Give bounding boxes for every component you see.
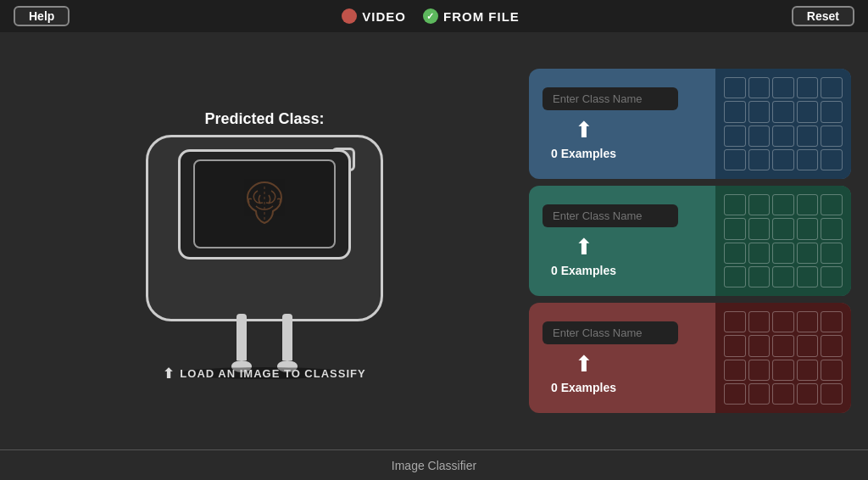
class-name-input-1[interactable] — [542, 87, 678, 110]
grid-cell — [748, 266, 771, 287]
grid-cell — [797, 311, 819, 332]
grid-cell — [772, 243, 794, 264]
grid-cell — [748, 126, 771, 147]
upload-small-icon: ⬆ — [163, 366, 175, 382]
grid-cell — [748, 383, 771, 405]
grid-cell — [772, 266, 794, 287]
grid-cell — [748, 101, 771, 122]
grid-cell — [772, 101, 794, 122]
grid-cell — [797, 149, 819, 170]
class-left-1: ⬆ 0 Examples — [529, 69, 715, 179]
grid-cell — [724, 126, 746, 147]
grid-cell — [724, 149, 746, 170]
grid-cell — [772, 218, 794, 239]
upload-icon-1: ⬆ — [575, 117, 593, 143]
grid-cell — [821, 126, 843, 147]
grid-cell — [748, 218, 771, 239]
camera-screen-inner — [193, 159, 336, 248]
video-option[interactable]: VIDEO — [342, 8, 406, 24]
grid-cell — [724, 243, 746, 264]
grid-cell — [797, 126, 819, 147]
grid-cell — [821, 360, 843, 381]
check-circle-icon: ✓ — [423, 8, 438, 24]
grid-cell — [772, 383, 794, 405]
grid-cell — [821, 194, 843, 215]
grid-cell — [724, 101, 746, 122]
grid-cell — [797, 194, 819, 215]
help-button[interactable]: Help — [14, 6, 70, 26]
examples-count-1: 0 Examples — [551, 147, 616, 160]
load-image-text: LOAD AN IMAGE TO CLASSIFY — [180, 367, 365, 380]
grid-cell — [797, 266, 819, 287]
grid-cell — [748, 194, 771, 215]
class-upload-area-2[interactable]: ⬆ 0 Examples — [542, 234, 616, 277]
grid-cell — [724, 311, 746, 332]
camera-body — [129, 135, 400, 372]
camera-leg-right — [277, 314, 298, 372]
class-grid-1 — [715, 69, 851, 179]
grid-cell — [748, 243, 771, 264]
grid-cell — [748, 77, 771, 98]
class-name-input-2[interactable] — [542, 204, 678, 227]
grid-cell — [797, 360, 819, 381]
class-grid-2 — [715, 186, 851, 296]
grid-cell — [797, 243, 819, 264]
grid-cell — [797, 383, 819, 405]
right-panel: ⬆ 0 Examples ⬆ 0 Examples — [529, 41, 851, 441]
grid-cell — [772, 77, 794, 98]
footer-label: Image Classifier — [392, 459, 476, 472]
class-left-2: ⬆ 0 Examples — [529, 186, 715, 296]
from-file-label: FROM FILE — [443, 9, 520, 24]
grid-cell — [724, 335, 746, 356]
camera-screen-outer — [178, 149, 351, 260]
grid-cell — [821, 335, 843, 356]
grid-cell — [772, 126, 794, 147]
upload-icon-2: ⬆ — [575, 234, 593, 260]
class-upload-area-1[interactable]: ⬆ 0 Examples — [542, 117, 616, 160]
camera-legs — [231, 314, 298, 372]
grid-cell — [797, 218, 819, 239]
class-upload-area-3[interactable]: ⬆ 0 Examples — [542, 351, 616, 394]
grid-cell — [772, 311, 794, 332]
leg-shaft-left — [236, 314, 247, 360]
grid-cell — [724, 77, 746, 98]
class-card-2: ⬆ 0 Examples — [529, 186, 851, 296]
grid-cell — [821, 383, 843, 405]
from-file-option[interactable]: ✓ FROM FILE — [423, 8, 520, 24]
video-circle-icon — [342, 8, 357, 24]
predicted-class-label: Predicted Class: — [204, 110, 324, 128]
grid-cell — [748, 311, 771, 332]
examples-count-2: 0 Examples — [551, 264, 616, 277]
top-bar: Help VIDEO ✓ FROM FILE Reset — [0, 0, 868, 32]
grid-cell — [772, 194, 794, 215]
grid-cell — [724, 266, 746, 287]
examples-count-3: 0 Examples — [551, 381, 616, 394]
load-image-label[interactable]: ⬆ LOAD AN IMAGE TO CLASSIFY — [163, 366, 365, 382]
grid-cell — [797, 101, 819, 122]
reset-button[interactable]: Reset — [792, 6, 854, 26]
grid-cell — [797, 77, 819, 98]
grid-cell — [724, 194, 746, 215]
upload-icon-3: ⬆ — [575, 351, 593, 377]
grid-cell — [724, 218, 746, 239]
grid-cell — [772, 335, 794, 356]
grid-cell — [821, 311, 843, 332]
class-card-3: ⬆ 0 Examples — [529, 303, 851, 413]
brain-icon — [231, 174, 298, 233]
grid-cell — [772, 360, 794, 381]
main-content: Predicted Class: — [0, 32, 868, 449]
left-panel: Predicted Class: — [17, 41, 512, 441]
class-grid-3 — [715, 303, 851, 413]
grid-cell — [821, 77, 843, 98]
grid-cell — [724, 360, 746, 381]
video-label: VIDEO — [362, 9, 406, 24]
grid-cell — [724, 383, 746, 405]
grid-cell — [748, 335, 771, 356]
leg-shaft-right — [282, 314, 292, 360]
grid-cell — [821, 266, 843, 287]
class-name-input-3[interactable] — [542, 321, 678, 344]
camera-outer — [146, 135, 383, 321]
grid-cell — [821, 149, 843, 170]
grid-cell — [821, 243, 843, 264]
class-card-1: ⬆ 0 Examples — [529, 69, 851, 179]
